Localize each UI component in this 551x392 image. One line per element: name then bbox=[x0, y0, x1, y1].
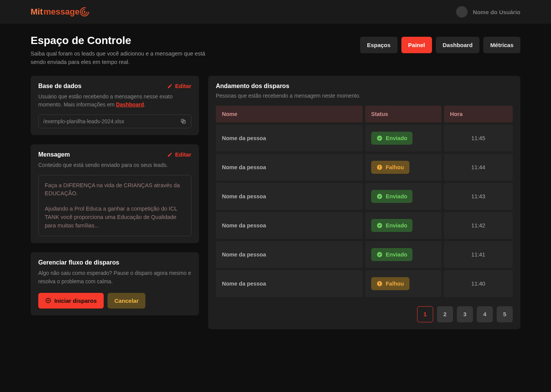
logo[interactable]: Mit message bbox=[31, 7, 90, 17]
card-base-title: Base de dados bbox=[38, 83, 82, 90]
status-badge: Falhou bbox=[371, 277, 409, 290]
tab-espacos[interactable]: Espaços bbox=[360, 37, 398, 53]
card-flow: Gerenciar fluxo de disparos Algo não sai… bbox=[31, 252, 199, 315]
page-button-5[interactable]: 5 bbox=[497, 306, 513, 322]
message-p2: Ajudando a Prol Educa a ganhar a competi… bbox=[45, 205, 185, 230]
cell-time: 11:43 bbox=[444, 183, 513, 210]
cell-status: Enviado bbox=[365, 125, 442, 152]
logo-text-mit: Mit bbox=[31, 7, 43, 17]
file-name: /exemplo-planilha-leads-2024.xlsx bbox=[43, 118, 124, 124]
page-button-4[interactable]: 4 bbox=[477, 306, 493, 322]
cell-time: 11:44 bbox=[444, 154, 513, 181]
alert-circle-icon bbox=[377, 164, 383, 170]
message-content: Faça a DIFERENÇA na vida de CRIANÇAS atr… bbox=[38, 175, 191, 237]
edit-base-button[interactable]: Editar bbox=[167, 83, 191, 89]
card-base: Base de dados Editar Usuário que estão r… bbox=[31, 76, 199, 135]
tab-painel[interactable]: Painel bbox=[401, 37, 432, 53]
page-title: Espaço de Controle bbox=[31, 34, 214, 47]
cell-time: 11:45 bbox=[444, 125, 513, 152]
table-row: Nome da pessoaEnviado11:42 bbox=[216, 212, 513, 239]
table-row: Nome da pessoaFalhou11:44 bbox=[216, 154, 513, 181]
file-row: /exemplo-planilha-leads-2024.xlsx bbox=[38, 114, 191, 128]
cell-time: 11:40 bbox=[444, 270, 513, 297]
cell-time: 11:41 bbox=[444, 241, 513, 268]
page-button-3[interactable]: 3 bbox=[457, 306, 473, 322]
check-circle-icon bbox=[377, 135, 383, 141]
cell-name: Nome da pessoa bbox=[216, 270, 363, 297]
cell-status: Falhou bbox=[365, 270, 442, 297]
edit-message-button[interactable]: Editar bbox=[167, 151, 191, 158]
cell-status: Enviado bbox=[365, 212, 442, 239]
table-row: Nome da pessoaFalhou11:40 bbox=[216, 270, 513, 297]
card-message-desc: Conteúdo que está sendo enviado para os … bbox=[38, 161, 191, 170]
table-head: Nome Status Hora bbox=[216, 106, 513, 122]
alert-circle-icon bbox=[377, 281, 383, 287]
cell-name: Nome da pessoa bbox=[216, 241, 363, 268]
cell-time: 11:42 bbox=[444, 212, 513, 239]
svg-point-2 bbox=[84, 11, 86, 13]
pencil-icon bbox=[167, 152, 173, 157]
status-badge: Falhou bbox=[371, 161, 409, 174]
cell-name: Nome da pessoa bbox=[216, 183, 363, 210]
cell-status: Enviado bbox=[365, 241, 442, 268]
check-circle-icon bbox=[377, 252, 383, 258]
dashboard-link[interactable]: Dashboard bbox=[116, 101, 144, 108]
logo-swirl-icon bbox=[80, 7, 90, 17]
cell-name: Nome da pessoa bbox=[216, 154, 363, 181]
card-base-desc: Usuário que estão recebendo a mensagens … bbox=[38, 93, 191, 109]
col-time: Hora bbox=[444, 106, 513, 122]
card-progress: Andamento dos disparos Pessoas que estão… bbox=[208, 76, 520, 329]
card-message: Mensagem Editar Conteúdo que está sendo … bbox=[31, 144, 199, 243]
card-message-title: Mensagem bbox=[38, 151, 70, 158]
check-circle-icon bbox=[377, 222, 383, 229]
col-status: Status bbox=[365, 106, 442, 122]
svg-point-5 bbox=[46, 298, 51, 303]
col-name: Nome bbox=[216, 106, 363, 122]
username: Nome do Usuário bbox=[473, 9, 520, 15]
avatar bbox=[456, 6, 468, 18]
tab-dashboard[interactable]: Dashboard bbox=[436, 37, 479, 53]
start-button[interactable]: Iniciar disparos bbox=[38, 293, 104, 309]
check-circle-icon bbox=[377, 193, 383, 199]
tabs: Espaços Painel Dashboard Métricas bbox=[360, 37, 520, 53]
status-badge: Enviado bbox=[371, 132, 412, 145]
cell-status: Enviado bbox=[365, 183, 442, 210]
topbar: Mit message Nome do Usuário bbox=[0, 0, 551, 24]
pencil-icon bbox=[167, 83, 173, 89]
cancel-button[interactable]: Cancelar bbox=[108, 293, 145, 309]
logo-text-message: message bbox=[44, 7, 90, 17]
copy-icon[interactable] bbox=[180, 118, 186, 124]
pagination: 12345 bbox=[216, 306, 513, 322]
card-flow-desc: Algo não saiu como esperado? Pause o dis… bbox=[38, 269, 191, 286]
cell-status: Falhou bbox=[365, 154, 442, 181]
table-row: Nome da pessoaEnviado11:41 bbox=[216, 241, 513, 268]
status-badge: Enviado bbox=[371, 190, 412, 203]
tab-metricas[interactable]: Métricas bbox=[483, 37, 520, 53]
table-row: Nome da pessoaEnviado11:45 bbox=[216, 125, 513, 152]
table-body: Nome da pessoaEnviado11:45Nome da pessoa… bbox=[216, 125, 513, 297]
status-badge: Enviado bbox=[371, 248, 412, 261]
progress-desc: Pessoas que estão recebendo a mensagem n… bbox=[216, 93, 513, 99]
status-badge: Enviado bbox=[371, 219, 412, 232]
card-flow-title: Gerenciar fluxo de disparos bbox=[38, 259, 119, 266]
cell-name: Nome da pessoa bbox=[216, 125, 363, 152]
progress-title: Andamento dos disparos bbox=[216, 83, 513, 90]
message-p1: Faça a DIFERENÇA na vida de CRIANÇAS atr… bbox=[45, 181, 185, 198]
pause-circle-icon bbox=[45, 297, 51, 304]
page-subtitle: Saiba qual foram os leads que você adici… bbox=[31, 50, 214, 67]
page-button-1[interactable]: 1 bbox=[417, 306, 433, 322]
user-area[interactable]: Nome do Usuário bbox=[456, 6, 520, 18]
cell-name: Nome da pessoa bbox=[216, 212, 363, 239]
page-button-2[interactable]: 2 bbox=[437, 306, 453, 322]
table-row: Nome da pessoaEnviado11:43 bbox=[216, 183, 513, 210]
